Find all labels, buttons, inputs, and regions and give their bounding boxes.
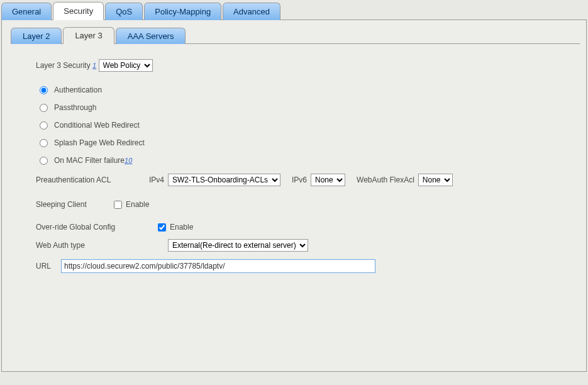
radio-passthrough-row: Passthrough (40, 103, 567, 112)
tab-policy-mapping[interactable]: Policy-Mapping (144, 3, 221, 20)
preauth-ipv6-select[interactable]: None (311, 174, 345, 186)
layer3-security-row: Layer 3 Security 1 Web Policy (36, 59, 567, 72)
layer3-panel: Layer 3 Security 1 Web Policy Authentica… (11, 43, 580, 293)
tab-advanced[interactable]: Advanced (223, 3, 280, 20)
sleeping-client-enable-label: Enable (126, 200, 149, 209)
radio-macfilter-label: On MAC Filter failure (54, 156, 125, 165)
preauth-flexacl-label: WebAuth FlexAcl (357, 176, 414, 184)
override-global-row: Over-ride Global Config Enable (36, 223, 567, 232)
sleeping-client-label: Sleeping Client (36, 200, 111, 209)
sleeping-client-checkbox[interactable] (114, 201, 122, 209)
preauth-ipv4-label: IPv4 (149, 176, 164, 184)
inner-tabs: Layer 2 Layer 3 AAA Servers (11, 26, 580, 43)
radio-splash[interactable] (40, 139, 48, 147)
webauth-type-row: Web Auth type External(Re-direct to exte… (36, 239, 567, 252)
preauth-label: Preauthentication ACL (36, 176, 149, 184)
radio-macfilter-row: On MAC Filter failure 10 (40, 156, 567, 165)
override-global-enable-label: Enable (170, 223, 193, 232)
radio-authentication[interactable] (40, 86, 48, 94)
tab-layer2[interactable]: Layer 2 (11, 28, 62, 44)
radio-conditional-label: Conditional Web Redirect (54, 121, 140, 130)
preauth-ipv6-label: IPv6 (292, 176, 307, 184)
tab-layer3[interactable]: Layer 3 (63, 27, 114, 44)
preauth-ipv4-select[interactable]: SW2-TLS-Onboarding-ACLs (168, 174, 280, 186)
radio-conditional[interactable] (40, 121, 48, 130)
outer-tabs: General Security QoS Policy-Mapping Adva… (1, 1, 587, 20)
url-label: URL (36, 262, 61, 271)
radio-passthrough-label: Passthrough (54, 103, 96, 112)
url-row: URL (36, 259, 567, 273)
radio-macfilter[interactable] (40, 157, 48, 165)
url-input[interactable] (61, 259, 375, 273)
preauth-flexacl-select[interactable]: None (418, 174, 453, 186)
tab-aaa-servers[interactable]: AAA Servers (116, 28, 186, 44)
radio-authentication-label: Authentication (54, 86, 102, 94)
tab-general[interactable]: General (1, 3, 52, 20)
outer-content: Layer 2 Layer 3 AAA Servers Layer 3 Secu… (1, 20, 587, 372)
layer3-security-select[interactable]: Web Policy (99, 59, 153, 72)
sleeping-client-row: Sleeping Client Enable (36, 200, 567, 209)
webauth-type-select[interactable]: External(Re-direct to external server) (168, 239, 308, 252)
webauth-type-label: Web Auth type (36, 241, 168, 250)
tab-security[interactable]: Security (53, 2, 104, 20)
preauth-row: Preauthentication ACL IPv4 SW2-TLS-Onboa… (36, 174, 567, 186)
footnote-1[interactable]: 1 (92, 62, 96, 69)
radio-conditional-row: Conditional Web Redirect (40, 121, 567, 130)
radio-splash-row: Splash Page Web Redirect (40, 138, 567, 147)
override-global-checkbox[interactable] (158, 223, 166, 232)
radio-authentication-row: Authentication (40, 86, 567, 94)
footnote-10[interactable]: 10 (125, 157, 132, 164)
radio-splash-label: Splash Page Web Redirect (54, 138, 145, 147)
override-global-label: Over-ride Global Config (36, 223, 155, 232)
layer3-security-label: Layer 3 Security (36, 61, 91, 70)
tab-qos[interactable]: QoS (105, 3, 143, 20)
radio-passthrough[interactable] (40, 104, 48, 112)
